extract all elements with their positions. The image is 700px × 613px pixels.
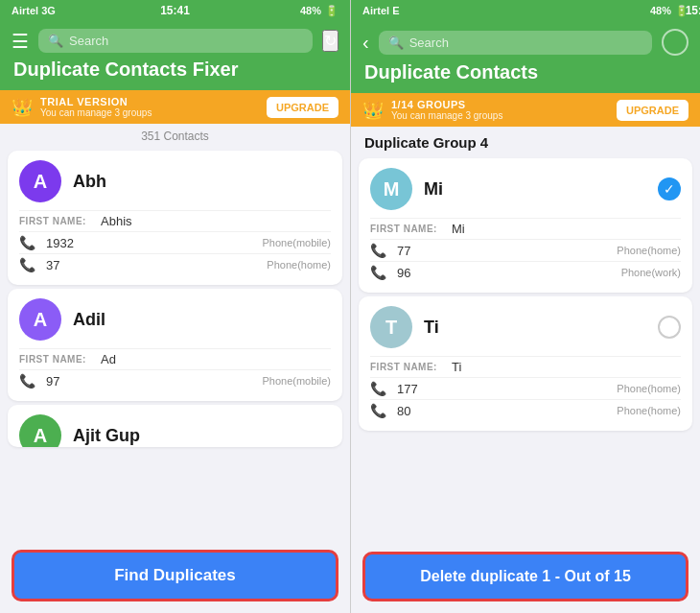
firstname-value-abh: Abhis: [101, 214, 132, 228]
trial-title: TRIAL VERSION: [40, 96, 259, 107]
right-battery: 48%: [650, 5, 671, 16]
groups-title: 1/14 GROUPS: [391, 99, 609, 110]
search-icon: 🔍: [48, 34, 63, 48]
phone-type-mi-1: Phone(home): [617, 245, 681, 256]
left-status-bar: Airtel 3G 15:41 48% 🔋: [0, 0, 350, 21]
contact-name-adil: Adil: [73, 310, 105, 330]
phone-icon-ti-1: 📞: [370, 381, 389, 396]
right-screen: Airtel E 15:40 48% 🔋 ‹ 🔍 Search Duplicat…: [350, 0, 700, 613]
phone-type-ti-2: Phone(home): [617, 405, 681, 416]
refresh-button[interactable]: ↻: [322, 30, 338, 52]
left-battery: 48%: [300, 5, 321, 16]
contact-card-adil[interactable]: A Adil FIRST NAME: Ad 📞 97 Phone(mobile): [8, 289, 342, 401]
right-status-bar: Airtel E 15:40 48% 🔋: [351, 0, 700, 21]
firstname-value-ti: Ti: [452, 360, 461, 374]
upgrade-button[interactable]: UPGRADE: [267, 97, 338, 118]
phone-number-1: 1932: [46, 236, 254, 250]
firstname-value-mi: Mi: [452, 222, 465, 236]
back-button[interactable]: ‹: [362, 32, 369, 54]
hamburger-button[interactable]: ☰: [12, 30, 29, 53]
find-duplicates-button[interactable]: Find Duplicates: [12, 550, 338, 601]
avatar-ti: T: [370, 306, 412, 348]
right-crown-icon: 👑: [362, 100, 384, 121]
right-search-icon: 🔍: [388, 35, 404, 50]
phone-number-3: 97: [46, 374, 254, 389]
phone-type-1: Phone(mobile): [262, 237, 331, 248]
contact-name-mi: Mi: [424, 179, 443, 200]
contact-card-ti[interactable]: T Ti FIRST NAME: Ti 📞 177 Phone(home) 📞 …: [359, 296, 692, 431]
left-app-title: Duplicate Contacts Fixer: [12, 59, 338, 81]
left-carrier: Airtel 3G: [12, 5, 56, 16]
avatar-ajit: A: [19, 414, 61, 447]
phone-type-ti-1: Phone(home): [617, 383, 681, 394]
avatar-mi: M: [370, 168, 412, 210]
delete-duplicate-button[interactable]: Delete duplicate 1 - Out of 15: [362, 552, 688, 601]
contact-name-ajit: Ajit Gup: [73, 426, 140, 446]
phone-icon-2: 📞: [19, 257, 38, 272]
avatar-abh: A: [19, 160, 61, 202]
right-carrier: Airtel E: [362, 5, 400, 16]
phone-icon-mi-1: 📞: [370, 243, 389, 258]
unselected-radio[interactable]: [658, 316, 681, 339]
right-upgrade-button[interactable]: UPGRADE: [617, 100, 688, 121]
contact-card-mi[interactable]: M Mi ✓ FIRST NAME: Mi 📞 77 Phone(home) 📞…: [359, 158, 692, 293]
firstname-label-adil: FIRST NAME:: [19, 354, 101, 365]
contacts-count: 351 Contacts: [0, 124, 350, 147]
right-bottom-container: Delete duplicate 1 - Out of 15: [351, 544, 700, 613]
contact-name-abh: Abh: [73, 172, 106, 192]
contact-name-ti: Ti: [424, 318, 439, 338]
phone-icon-1: 📞: [19, 235, 38, 250]
phone-icon-ti-2: 📞: [370, 403, 389, 418]
right-app-title: Duplicate Contacts: [362, 61, 688, 83]
trial-subtitle: You can manage 3 groups: [40, 107, 259, 118]
battery-icon: 🔋: [325, 5, 338, 17]
right-search-placeholder: Search: [409, 35, 449, 50]
firstname-label-mi: FIRST NAME:: [370, 224, 452, 234]
phone-number-ti-2: 80: [397, 404, 609, 418]
trial-banner: 👑 TRIAL VERSION You can manage 3 groups …: [0, 90, 350, 124]
contact-card-ajit[interactable]: A Ajit Gup: [8, 405, 342, 447]
phone-type-3: Phone(mobile): [262, 375, 331, 387]
contact-list: A Abh FIRST NAME: Abhis 📞 1932 Phone(mob…: [0, 147, 350, 542]
right-search-box[interactable]: 🔍 Search: [379, 31, 652, 55]
phone-number-mi-1: 77: [397, 244, 609, 258]
search-placeholder: Search: [69, 34, 108, 48]
avatar-adil: A: [19, 298, 61, 341]
firstname-label-ti: FIRST NAME:: [370, 362, 452, 372]
group-label: Duplicate Group 4: [351, 127, 700, 154]
firstname-value-adil: Ad: [101, 352, 116, 366]
contact-card-abh[interactable]: A Abh FIRST NAME: Abhis 📞 1932 Phone(mob…: [8, 151, 342, 285]
crown-icon: 👑: [12, 97, 33, 118]
left-screen: Airtel 3G 15:41 48% 🔋 ☰ 🔍 Search ↻ Dupli…: [0, 0, 350, 613]
right-time: 15:40: [686, 4, 700, 17]
phone-type-mi-2: Phone(work): [621, 267, 681, 278]
left-bottom-container: Find Duplicates: [0, 542, 350, 613]
right-app-header: ‹ 🔍 Search Duplicate Contacts: [351, 21, 700, 93]
left-search-box[interactable]: 🔍 Search: [38, 29, 313, 53]
phone-number-ti-1: 177: [397, 382, 609, 396]
left-time: 15:41: [160, 4, 190, 17]
groups-subtitle: You can manage 3 groups: [391, 110, 609, 121]
groups-banner: 👑 1/14 GROUPS You can manage 3 groups UP…: [351, 93, 700, 127]
firstname-label-abh: FIRST NAME:: [19, 216, 101, 226]
phone-icon-mi-2: 📞: [370, 265, 389, 280]
phone-icon-3: 📞: [19, 373, 38, 389]
right-contact-list: M Mi ✓ FIRST NAME: Mi 📞 77 Phone(home) 📞…: [351, 154, 700, 544]
selected-checkmark[interactable]: ✓: [658, 177, 681, 200]
left-app-header: ☰ 🔍 Search ↻ Duplicate Contacts Fixer: [0, 21, 350, 90]
phone-number-mi-2: 96: [397, 266, 614, 280]
phone-number-2: 37: [46, 258, 259, 272]
circle-button[interactable]: [662, 29, 688, 56]
phone-type-2: Phone(home): [267, 259, 331, 271]
